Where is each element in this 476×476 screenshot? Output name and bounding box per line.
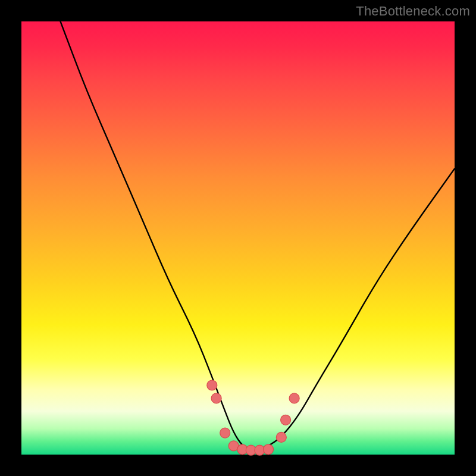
chart-frame: TheBottleneck.com xyxy=(0,0,476,476)
marker-point xyxy=(276,432,286,442)
marker-point xyxy=(264,444,274,455)
watermark-text: TheBottleneck.com xyxy=(356,4,470,19)
marker-group xyxy=(207,380,299,455)
marker-point xyxy=(289,393,299,403)
marker-point xyxy=(220,428,230,438)
marker-point xyxy=(207,380,217,390)
curve-layer xyxy=(21,21,455,455)
marker-point xyxy=(211,393,221,403)
marker-point xyxy=(281,415,291,425)
bottleneck-curve xyxy=(61,21,455,450)
plot-area xyxy=(21,21,455,455)
